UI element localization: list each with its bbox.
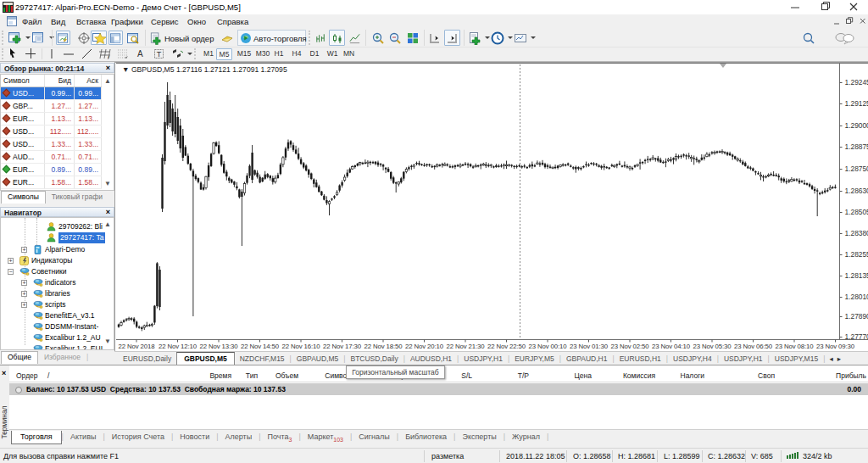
svg-text:1.29000: 1.29000 — [845, 121, 868, 130]
svg-text:22 Nov 22:50: 22 Nov 22:50 — [487, 343, 526, 350]
svg-text:22 Nov 2018: 22 Nov 2018 — [118, 343, 154, 350]
svg-text:23 Nov 04:10: 23 Nov 04:10 — [652, 343, 691, 350]
svg-text:22 Nov 18:50: 22 Nov 18:50 — [364, 343, 403, 350]
svg-text:22 Nov 14:50: 22 Nov 14:50 — [241, 343, 280, 350]
svg-text:f: f — [108, 55, 110, 60]
svg-text:1.28135: 1.28135 — [845, 271, 868, 280]
svg-text:1.28255: 1.28255 — [845, 250, 868, 259]
svg-text:22 Nov 20:10: 22 Nov 20:10 — [405, 343, 444, 350]
svg-text:1.29125: 1.29125 — [845, 99, 868, 108]
svg-text:1.28750: 1.28750 — [845, 165, 868, 173]
svg-text:1.29245: 1.29245 — [845, 78, 868, 86]
svg-text:22 Nov 12:10: 22 Nov 12:10 — [159, 343, 198, 350]
svg-text:23 Nov 00:10: 23 Nov 00:10 — [528, 343, 567, 350]
svg-text:23 Nov 02:50: 23 Nov 02:50 — [610, 343, 649, 350]
svg-text:23 Nov 09:30: 23 Nov 09:30 — [816, 343, 855, 350]
svg-text:1.28380: 1.28380 — [845, 229, 868, 237]
svg-text:23 Nov 05:30: 23 Nov 05:30 — [693, 343, 732, 350]
svg-text:22 Nov 16:10: 22 Nov 16:10 — [281, 343, 320, 350]
svg-text:23 Nov 06:50: 23 Nov 06:50 — [734, 343, 773, 350]
svg-text:1.27770: 1.27770 — [845, 332, 868, 341]
svg-text:22 Nov 17:30: 22 Nov 17:30 — [323, 343, 362, 350]
svg-text:1.28630: 1.28630 — [845, 187, 868, 195]
svg-text:1.27890: 1.27890 — [845, 312, 868, 321]
svg-text:T: T — [157, 50, 162, 59]
svg-text:23 Nov 08:10: 23 Nov 08:10 — [775, 343, 814, 350]
svg-text:22 Nov 21:30: 22 Nov 21:30 — [446, 343, 485, 350]
svg-text:23 Nov 01:30: 23 Nov 01:30 — [570, 343, 609, 350]
svg-text:▼ GBPUSD,M5 1.27116 1.27121 1: ▼ GBPUSD,M5 1.27116 1.27121 1.27091 1.27… — [122, 65, 287, 74]
svg-text:22 Nov 13:30: 22 Nov 13:30 — [199, 343, 238, 350]
svg-text:1.28505: 1.28505 — [845, 208, 868, 216]
svg-text:1.28875: 1.28875 — [845, 142, 868, 151]
svg-text:1.28010: 1.28010 — [845, 293, 868, 301]
